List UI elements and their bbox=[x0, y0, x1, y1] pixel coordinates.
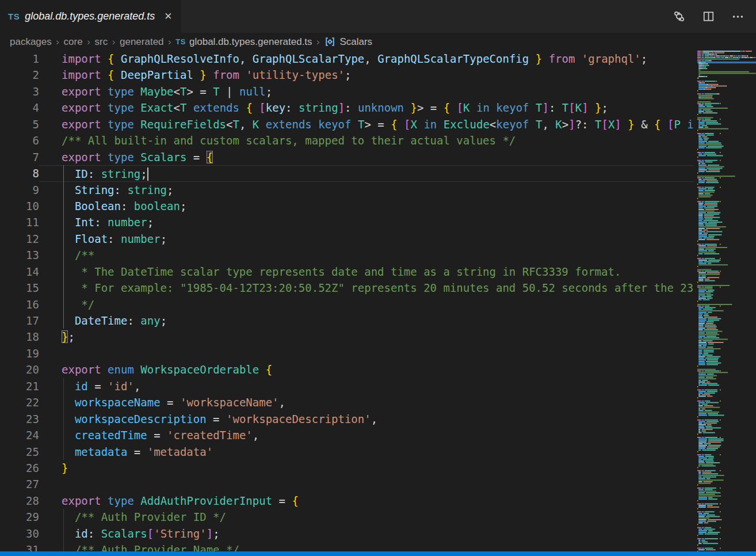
code-line[interactable]: 22 workspaceName = 'workspaceName', bbox=[0, 394, 694, 410]
line-number[interactable]: 10 bbox=[0, 198, 39, 214]
split-editor-icon[interactable] bbox=[702, 10, 715, 23]
code-text[interactable]: } bbox=[39, 460, 694, 476]
line-number[interactable]: 30 bbox=[0, 525, 39, 542]
code-text[interactable]: workspaceName = 'workspaceName', bbox=[39, 394, 694, 410]
code-line[interactable]: 1import { GraphQLResolveInfo, GraphQLSca… bbox=[0, 51, 694, 67]
line-number[interactable]: 26 bbox=[0, 460, 39, 476]
code-line[interactable]: 4export type Exact<T extends { [key: str… bbox=[0, 100, 694, 116]
code-line[interactable]: 17 DateTime: any; bbox=[0, 313, 694, 329]
minimap[interactable] bbox=[697, 51, 756, 551]
line-number[interactable]: 23 bbox=[0, 411, 39, 427]
code-line[interactable]: 19 bbox=[0, 345, 694, 361]
code-line[interactable]: 5export type RequireFields<T, K extends … bbox=[0, 116, 694, 132]
line-number[interactable]: 21 bbox=[0, 378, 39, 394]
line-number[interactable]: 1 bbox=[0, 51, 39, 67]
line-number[interactable]: 24 bbox=[0, 427, 39, 443]
code-line[interactable]: 10 Boolean: boolean; bbox=[0, 198, 694, 214]
code-line[interactable]: 15 * For example: "1985-04-12T23:20:50.5… bbox=[0, 280, 694, 296]
code-text[interactable]: id: Scalars['String']; bbox=[39, 525, 694, 542]
line-number[interactable]: 27 bbox=[0, 476, 39, 492]
line-number[interactable]: 19 bbox=[0, 345, 39, 361]
code-line[interactable]: 23 workspaceDescription = 'workspaceDesc… bbox=[0, 411, 694, 427]
line-number[interactable]: 20 bbox=[0, 361, 39, 378]
code-text[interactable]: * For example: "1985-04-12T23:20:50.52Z"… bbox=[39, 280, 694, 296]
code-line[interactable]: 6/** All built-in and custom scalars, ma… bbox=[0, 132, 694, 148]
code-text[interactable]: export type Scalars = { bbox=[39, 149, 694, 165]
line-number[interactable]: 7 bbox=[0, 149, 39, 165]
code-line[interactable]: 29 /** Auth Provider ID */ bbox=[0, 509, 694, 525]
breadcrumb-item-generated[interactable]: generated bbox=[120, 36, 164, 48]
tab-global-db-types[interactable]: TS global.db.types.generated.ts ✕ bbox=[0, 0, 181, 33]
line-number[interactable]: 16 bbox=[0, 296, 39, 313]
code-line[interactable]: 30 id: Scalars['String']; bbox=[0, 525, 694, 542]
line-number[interactable]: 5 bbox=[0, 116, 39, 132]
code-text[interactable]: */ bbox=[39, 296, 694, 313]
code-text[interactable]: String: string; bbox=[39, 182, 694, 198]
code-line[interactable]: 7export type Scalars = { bbox=[0, 149, 694, 165]
code-line[interactable]: 18}; bbox=[0, 329, 694, 345]
code-text[interactable]: createdTime = 'createdTime', bbox=[39, 427, 694, 443]
breadcrumb-item-scalars[interactable]: Scalars bbox=[324, 36, 372, 48]
code-line[interactable]: 14 * The DateTime scalar type represents… bbox=[0, 264, 694, 280]
code-text[interactable]: * The DateTime scalar type represents da… bbox=[39, 264, 694, 280]
code-text[interactable]: export type Maybe<T> = T | null; bbox=[39, 83, 694, 100]
code-text[interactable]: Int: number; bbox=[39, 214, 694, 230]
line-number[interactable]: 3 bbox=[0, 83, 39, 100]
code-line[interactable]: 2import { DeepPartial } from 'utility-ty… bbox=[0, 67, 694, 83]
line-number[interactable]: 4 bbox=[0, 100, 39, 116]
code-text[interactable]: DateTime: any; bbox=[39, 313, 694, 329]
code-text[interactable]: Boolean: boolean; bbox=[39, 198, 694, 214]
code-text[interactable]: /** bbox=[39, 247, 694, 263]
line-number[interactable]: 9 bbox=[0, 182, 39, 198]
compare-changes-icon[interactable] bbox=[673, 10, 686, 23]
code-line[interactable]: 24 createdTime = 'createdTime', bbox=[0, 427, 694, 443]
breadcrumb-item-global-db-types-generated-ts[interactable]: TSglobal.db.types.generated.ts bbox=[175, 36, 312, 48]
line-number[interactable]: 14 bbox=[0, 264, 39, 280]
code-line[interactable]: 8 ID: string; bbox=[0, 165, 694, 181]
line-number[interactable]: 8 bbox=[0, 165, 39, 181]
tab-close-icon[interactable]: ✕ bbox=[162, 9, 174, 24]
code-text[interactable]: import { DeepPartial } from 'utility-typ… bbox=[39, 67, 694, 83]
breadcrumb-item-core[interactable]: core bbox=[64, 36, 83, 48]
code-line[interactable]: 27 bbox=[0, 476, 694, 492]
code-text[interactable]: metadata = 'metadata' bbox=[39, 444, 694, 460]
code-line[interactable]: 3export type Maybe<T> = T | null; bbox=[0, 83, 694, 100]
code-line[interactable]: 31 /** Auth Provider Name */ bbox=[0, 542, 694, 551]
breadcrumb-item-src[interactable]: src bbox=[94, 36, 108, 48]
line-number[interactable]: 2 bbox=[0, 67, 39, 83]
code-line[interactable]: 16 */ bbox=[0, 296, 694, 313]
code-line[interactable]: 9 String: string; bbox=[0, 182, 694, 198]
line-number[interactable]: 11 bbox=[0, 214, 39, 230]
code-text[interactable]: /** Auth Provider ID */ bbox=[39, 509, 694, 525]
code-editor[interactable]: 1import { GraphQLResolveInfo, GraphQLSca… bbox=[0, 51, 756, 551]
code-text[interactable]: import { GraphQLResolveInfo, GraphQLScal… bbox=[39, 51, 694, 67]
code-text[interactable]: export type Exact<T extends { [key: stri… bbox=[39, 100, 694, 116]
line-number[interactable]: 29 bbox=[0, 509, 39, 525]
line-number[interactable]: 18 bbox=[0, 329, 39, 345]
code-line[interactable]: 12 Float: number; bbox=[0, 231, 694, 247]
code-text[interactable]: export type RequireFields<T, K extends k… bbox=[39, 116, 694, 132]
code-text[interactable]: ID: string; bbox=[39, 165, 694, 181]
code-text[interactable]: export enum WorkspaceOrderable { bbox=[39, 361, 694, 378]
code-line[interactable]: 11 Int: number; bbox=[0, 214, 694, 230]
line-number[interactable]: 22 bbox=[0, 394, 39, 410]
line-number[interactable]: 6 bbox=[0, 132, 39, 148]
line-number[interactable]: 25 bbox=[0, 444, 39, 460]
code-text[interactable]: }; bbox=[39, 329, 694, 345]
code-line[interactable]: 20export enum WorkspaceOrderable { bbox=[0, 361, 694, 378]
code-line[interactable]: 21 id = 'id', bbox=[0, 378, 694, 394]
line-number[interactable]: 17 bbox=[0, 313, 39, 329]
code-text[interactable]: /** All built-in and custom scalars, map… bbox=[39, 132, 694, 148]
code-line[interactable]: 25 metadata = 'metadata' bbox=[0, 444, 694, 460]
code-line[interactable]: 28export type AddAuthProviderInput = { bbox=[0, 493, 694, 509]
code-text[interactable]: export type AddAuthProviderInput = { bbox=[39, 493, 694, 509]
breadcrumb-item-packages[interactable]: packages bbox=[10, 36, 52, 48]
code-line[interactable]: 13 /** bbox=[0, 247, 694, 263]
line-number[interactable]: 12 bbox=[0, 231, 39, 247]
code-text[interactable]: workspaceDescription = 'workspaceDescrip… bbox=[39, 411, 694, 427]
code-text[interactable] bbox=[39, 476, 694, 492]
line-number[interactable]: 31 bbox=[0, 542, 39, 551]
code-text[interactable]: id = 'id', bbox=[39, 378, 694, 394]
line-number[interactable]: 13 bbox=[0, 247, 39, 263]
line-number[interactable]: 28 bbox=[0, 493, 39, 509]
